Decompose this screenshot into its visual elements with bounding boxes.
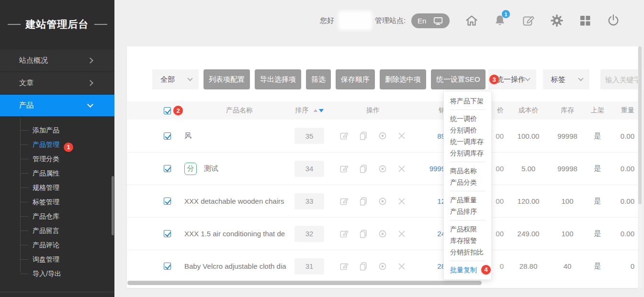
submenu-item-label: 产品管理	[33, 141, 59, 148]
save-order-button[interactable]: 保存顺序	[336, 69, 375, 89]
edit-icon[interactable]	[339, 229, 350, 239]
menu-item-stock-alert[interactable]: 库存报警	[444, 235, 491, 246]
manage-site-label: 管理站点:	[375, 16, 406, 25]
vertical-scrollbar[interactable]	[638, 46, 642, 288]
on-shelf-cell: 是	[582, 229, 613, 238]
submenu-item-product-management[interactable]: 产品管理1	[0, 137, 114, 152]
preview-icon[interactable]	[377, 229, 388, 239]
sort-desc-icon[interactable]	[319, 109, 324, 112]
submenu-item-product-reviews[interactable]: 产品评论	[0, 238, 114, 252]
submenu-item-product-messages[interactable]: 产品留言	[0, 223, 114, 238]
menu-item-product-weight[interactable]: 产品重量	[444, 194, 491, 206]
row-checkbox[interactable]	[164, 165, 171, 172]
greeting-text: 您好	[320, 16, 334, 25]
sidebar-item-site-overview[interactable]: 站点概况	[0, 50, 114, 71]
delete-icon[interactable]	[396, 164, 407, 174]
step-badge-3: 3	[489, 75, 499, 84]
tag-dropdown[interactable]: 标签	[543, 69, 589, 89]
on-shelf-cell: 是	[582, 164, 613, 173]
preview-icon[interactable]	[377, 131, 388, 141]
sales-link[interactable]: 9999	[429, 165, 445, 173]
menu-item-batch-copy[interactable]: 批量复制 4	[444, 264, 491, 275]
delete-selected-button[interactable]: 删除选中项	[380, 69, 426, 89]
copy-icon[interactable]	[358, 131, 369, 141]
copy-icon[interactable]	[358, 164, 369, 174]
logout-button[interactable]	[606, 13, 621, 28]
step-badge-4: 4	[481, 265, 491, 275]
row-checkbox[interactable]	[164, 132, 171, 140]
menu-item-take-down[interactable]: 将产品下架	[444, 95, 491, 107]
sort-value-input[interactable]: 32	[294, 226, 324, 242]
row-checkbox[interactable]	[164, 263, 171, 270]
sort-value-input[interactable]: 33	[294, 193, 324, 209]
chevron-down-icon	[578, 76, 583, 81]
home-button[interactable]	[464, 13, 479, 28]
sidebar-item-articles[interactable]: 文章	[0, 72, 114, 94]
weight-cell: 0.00	[613, 132, 634, 140]
menu-item-product-sort[interactable]: 产品排序	[444, 206, 491, 217]
menu-item-unified-stock[interactable]: 统一调库存	[444, 136, 491, 147]
submenu-item-manage-categories[interactable]: 管理分类	[0, 152, 114, 166]
submenu-item-inquiry-management[interactable]: 询盘管理	[0, 252, 114, 266]
sort-value-input[interactable]: 31	[294, 258, 324, 275]
preview-icon[interactable]	[377, 261, 388, 272]
menu-item-separate-stock[interactable]: 分别调库存	[444, 147, 491, 159]
sidebar-scrollbar[interactable]	[112, 176, 114, 235]
copy-icon[interactable]	[358, 196, 369, 207]
list-config-button[interactable]: 列表项配置	[203, 69, 250, 89]
chevron-down-icon	[187, 76, 192, 81]
menu-divider	[450, 162, 486, 162]
compose-button[interactable]	[521, 13, 536, 28]
copy-icon[interactable]	[358, 261, 369, 272]
apps-grid-button[interactable]	[578, 13, 592, 28]
submenu-item-add-product[interactable]: 添加产品	[0, 123, 114, 137]
delete-icon[interactable]	[396, 229, 407, 239]
menu-item-product-category[interactable]: 产品分类	[444, 176, 491, 188]
sort-value-input[interactable]: 34	[294, 161, 324, 177]
menu-item-unified-price[interactable]: 统一调价	[444, 113, 491, 124]
submenu-item-tag-management[interactable]: 标签管理	[0, 195, 114, 209]
filter-all-dropdown[interactable]: 全部	[152, 69, 199, 89]
menu-item-product-name[interactable]: 商品名称	[444, 165, 491, 176]
copy-icon[interactable]	[358, 229, 369, 239]
header-weight: 重量	[613, 106, 634, 115]
delete-icon[interactable]	[396, 196, 407, 207]
vertical-scrollbar-thumb[interactable]	[638, 46, 642, 204]
sort-asc-icon[interactable]	[314, 109, 317, 112]
delete-icon[interactable]	[396, 261, 407, 272]
delete-icon[interactable]	[396, 131, 407, 141]
preview-icon[interactable]	[377, 164, 388, 174]
submenu-item-spec-management[interactable]: 规格管理	[0, 180, 114, 195]
settings-button[interactable]	[550, 13, 564, 28]
submenu-item-product-warehouse[interactable]: 产品仓库	[0, 209, 114, 223]
content-panel: 全部 列表项配置 导出选择项 筛选 保存顺序 删除选中项 统一设置SEO 统一操…	[127, 46, 638, 288]
header-on-shelf: 上架	[582, 106, 613, 115]
submenu-item-product-attributes[interactable]: 产品属性	[0, 166, 114, 180]
chevron-right-icon	[87, 57, 93, 64]
header-operations: 操作	[324, 106, 422, 115]
preview-icon[interactable]	[377, 196, 388, 207]
seo-settings-button[interactable]: 统一设置SEO	[431, 69, 486, 89]
sort-value-input[interactable]: 35	[294, 128, 324, 144]
menu-item-distribution-discount[interactable]: 分销折扣比	[444, 246, 491, 258]
edit-icon[interactable]	[339, 261, 350, 272]
tag-dropdown-label: 标签	[551, 75, 565, 84]
row-checkbox[interactable]	[164, 230, 171, 237]
select-all-checkbox[interactable]	[164, 107, 171, 114]
header-stock: 库存	[553, 106, 582, 115]
step-badge-2: 2	[173, 106, 183, 115]
sidebar-item-products[interactable]: 产品	[0, 95, 114, 116]
filter-button[interactable]: 筛选	[306, 69, 331, 89]
edit-icon[interactable]	[339, 131, 350, 141]
edit-icon[interactable]	[339, 196, 350, 207]
menu-item-separate-price[interactable]: 分别调价	[444, 124, 491, 136]
submenu-item-import-export[interactable]: 导入/导出	[0, 266, 114, 281]
export-selected-button[interactable]: 导出选择项	[255, 69, 301, 89]
table-row: 风 35 89 00 100.00 99998 是 0.00	[127, 120, 638, 152]
row-checkbox[interactable]	[164, 198, 171, 205]
edit-icon[interactable]	[339, 164, 350, 174]
menu-item-product-permission[interactable]: 产品权限	[444, 223, 491, 235]
menu-divider	[450, 220, 486, 220]
language-switch[interactable]: En	[411, 13, 450, 28]
horizontal-scrollbar[interactable]	[127, 281, 482, 285]
